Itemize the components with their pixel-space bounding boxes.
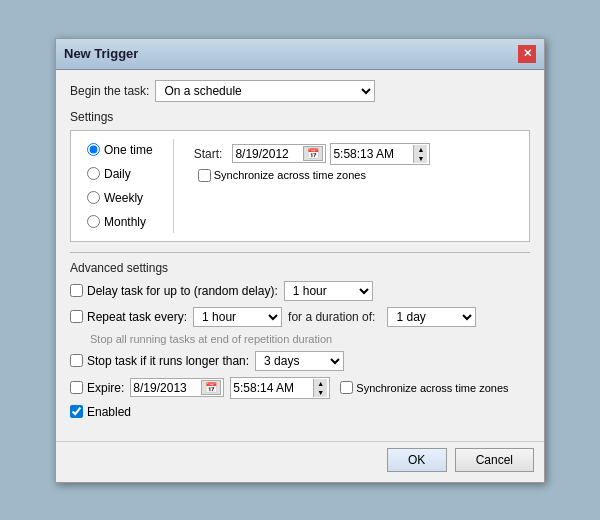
radio-weekly[interactable]: Weekly: [87, 191, 153, 205]
repeat-check-label[interactable]: Repeat task every:: [70, 310, 187, 324]
title-bar: New Trigger ✕: [56, 39, 544, 70]
sync-label: Synchronize across time zones: [214, 169, 366, 181]
delay-checkbox[interactable]: [70, 284, 83, 297]
stop-task-row: Stop task if it runs longer than: 3 days…: [70, 351, 530, 371]
close-button[interactable]: ✕: [518, 45, 536, 63]
time-down-button[interactable]: ▼: [414, 154, 427, 163]
radio-one-time-label: One time: [104, 143, 153, 157]
expire-date-calendar-button[interactable]: 📅: [201, 380, 221, 395]
start-time-field[interactable]: [333, 147, 413, 161]
new-trigger-dialog: New Trigger ✕ Begin the task: On a sched…: [55, 38, 545, 483]
start-time-spinner: ▲ ▼: [413, 145, 427, 163]
advanced-section-label: Advanced settings: [70, 261, 530, 275]
delay-dropdown[interactable]: 1 hour 30 minutes 2 hours 4 hours 8 hour…: [284, 281, 373, 301]
stop-running-row: Stop all running tasks at end of repetit…: [70, 333, 530, 345]
repeat-dropdown[interactable]: 1 hour 5 minutes 10 minutes 15 minutes 3…: [193, 307, 282, 327]
dialog-title: New Trigger: [64, 46, 138, 61]
radio-monthly-label: Monthly: [104, 215, 146, 229]
expire-time-up-button[interactable]: ▲: [314, 379, 327, 388]
expire-time-down-button[interactable]: ▼: [314, 388, 327, 397]
expire-time-input: ▲ ▼: [230, 377, 330, 399]
expire-date-input: 📅: [130, 378, 224, 397]
start-row: Start: 📅 ▲ ▼ Synchronize ac: [194, 143, 513, 182]
repeat-checkbox[interactable]: [70, 310, 83, 323]
expire-row: Expire: 📅 ▲ ▼ Synchronize across time zo…: [70, 377, 530, 399]
delay-row: Delay task for up to (random delay): 1 h…: [70, 281, 530, 301]
radio-daily-label: Daily: [104, 167, 131, 181]
expire-sync-label: Synchronize across time zones: [356, 382, 508, 394]
expire-date-field[interactable]: [133, 381, 201, 395]
start-date-input: 📅: [232, 144, 326, 163]
begin-task-dropdown[interactable]: On a schedule At log on At startup On id…: [155, 80, 375, 102]
expire-check-label[interactable]: Expire:: [70, 381, 124, 395]
enabled-checkbox[interactable]: [70, 405, 83, 418]
expire-label: Expire:: [87, 381, 124, 395]
settings-section-label: Settings: [70, 110, 530, 124]
expire-sync-checkbox[interactable]: [340, 381, 353, 394]
sync-check-label[interactable]: Synchronize across time zones: [198, 169, 366, 182]
start-date-calendar-button[interactable]: 📅: [303, 146, 323, 161]
duration-dropdown[interactable]: 1 day 15 minutes 30 minutes 1 hour 12 ho…: [387, 307, 476, 327]
stop-running-text: Stop all running tasks at end of repetit…: [90, 333, 332, 345]
begin-task-row: Begin the task: On a schedule At log on …: [70, 80, 530, 102]
dialog-footer: OK Cancel: [56, 441, 544, 482]
start-panel: Start: 📅 ▲ ▼ Synchronize ac: [186, 139, 521, 233]
schedule-radio-group: One time Daily Weekly Monthly: [79, 139, 161, 233]
ok-button[interactable]: OK: [387, 448, 447, 472]
dialog-body: Begin the task: On a schedule At log on …: [56, 70, 544, 437]
start-time-input: ▲ ▼: [330, 143, 430, 165]
radio-weekly-label: Weekly: [104, 191, 143, 205]
delay-label: Delay task for up to (random delay):: [87, 284, 278, 298]
advanced-section: Advanced settings Delay task for up to (…: [70, 252, 530, 419]
start-label: Start:: [194, 147, 223, 161]
sync-checkbox[interactable]: [198, 169, 211, 182]
enabled-label: Enabled: [87, 405, 131, 419]
stop-task-label: Stop task if it runs longer than:: [87, 354, 249, 368]
expire-checkbox[interactable]: [70, 381, 83, 394]
duration-label: for a duration of:: [288, 310, 375, 324]
start-date-field[interactable]: [235, 147, 303, 161]
radio-monthly[interactable]: Monthly: [87, 215, 153, 229]
stop-task-check-label[interactable]: Stop task if it runs longer than:: [70, 354, 249, 368]
enabled-row: Enabled: [70, 405, 530, 419]
cancel-button[interactable]: Cancel: [455, 448, 534, 472]
stop-task-checkbox[interactable]: [70, 354, 83, 367]
repeat-label: Repeat task every:: [87, 310, 187, 324]
repeat-row: Repeat task every: 1 hour 5 minutes 10 m…: [70, 307, 530, 327]
expire-time-field[interactable]: [233, 381, 313, 395]
vertical-divider: [173, 139, 174, 233]
expire-sync-check-label[interactable]: Synchronize across time zones: [340, 381, 508, 394]
begin-task-label: Begin the task:: [70, 84, 149, 98]
expire-time-spinner: ▲ ▼: [313, 379, 327, 397]
stop-task-dropdown[interactable]: 3 days 30 minutes 1 hour 2 hours 4 hours…: [255, 351, 344, 371]
time-up-button[interactable]: ▲: [414, 145, 427, 154]
delay-check-label[interactable]: Delay task for up to (random delay):: [70, 284, 278, 298]
radio-daily[interactable]: Daily: [87, 167, 153, 181]
settings-box: One time Daily Weekly Monthly: [70, 130, 530, 242]
radio-one-time[interactable]: One time: [87, 143, 153, 157]
